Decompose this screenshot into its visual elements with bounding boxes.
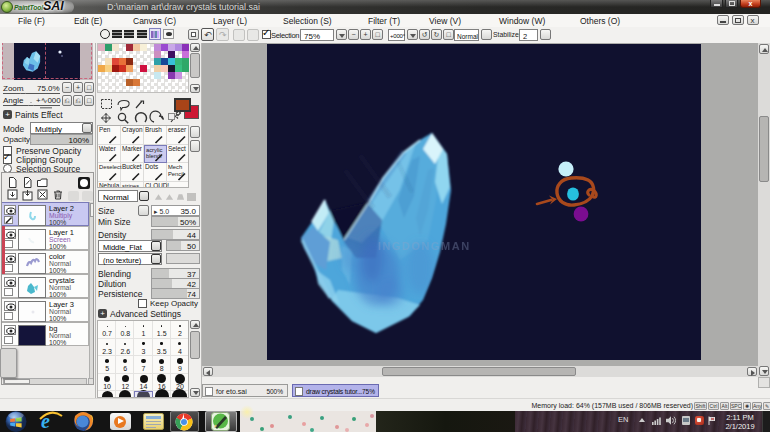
svg-text:INGDONGMAN: INGDONGMAN	[378, 240, 471, 252]
